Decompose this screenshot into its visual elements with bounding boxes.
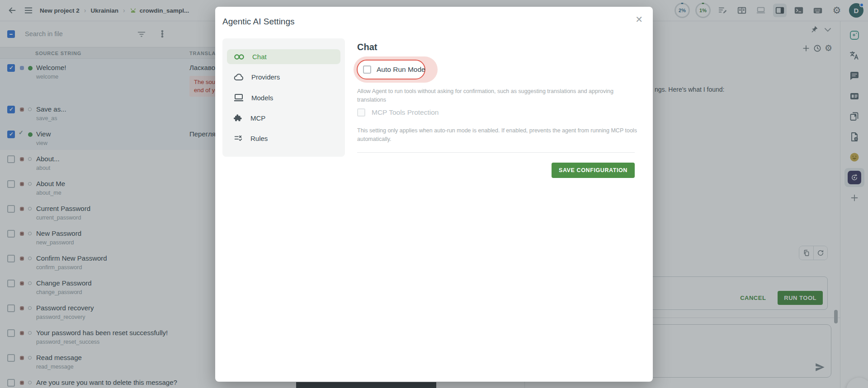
mcp-protection-checkbox[interactable] — [357, 108, 365, 117]
rules-list-icon — [233, 133, 243, 143]
nav-item-models[interactable]: Models — [227, 90, 340, 105]
mcp-protection-description: This setting only applies when auto-run … — [357, 126, 638, 144]
close-icon[interactable]: ✕ — [635, 15, 643, 24]
auto-run-description: Allow Agent to run tools without asking … — [357, 87, 634, 104]
modal-title: Agentic AI Settings — [222, 17, 295, 27]
auto-run-checkbox[interactable] — [363, 65, 371, 74]
modal-divider — [357, 152, 635, 153]
nav-item-rules[interactable]: Rules — [227, 131, 340, 146]
cloud-icon — [233, 73, 244, 82]
save-configuration-button[interactable]: SAVE CONFIGURATION — [552, 163, 635, 178]
mcp-protection-setting: MCP Tools Protection — [357, 108, 439, 117]
nav-item-mcp[interactable]: MCP — [227, 111, 340, 126]
laptop-icon — [233, 93, 244, 102]
modal-nav: Chat Providers Models MCP — [222, 38, 345, 157]
auto-run-setting: Auto Run Mode — [357, 60, 425, 79]
mcp-protection-label: MCP Tools Protection — [372, 108, 439, 117]
chat-infinity-icon — [233, 53, 245, 61]
puzzle-icon — [233, 113, 243, 123]
nav-item-chat[interactable]: Chat — [227, 49, 340, 64]
agentic-ai-settings-modal: Agentic AI Settings ✕ Chat Providers Mod… — [215, 7, 653, 382]
auto-run-label: Auto Run Mode — [377, 65, 425, 74]
section-heading: Chat — [357, 42, 377, 52]
crowdin-editor: New project 2 › Ukrainian › crowdin_samp… — [0, 0, 868, 388]
nav-item-providers[interactable]: Providers — [227, 70, 340, 84]
